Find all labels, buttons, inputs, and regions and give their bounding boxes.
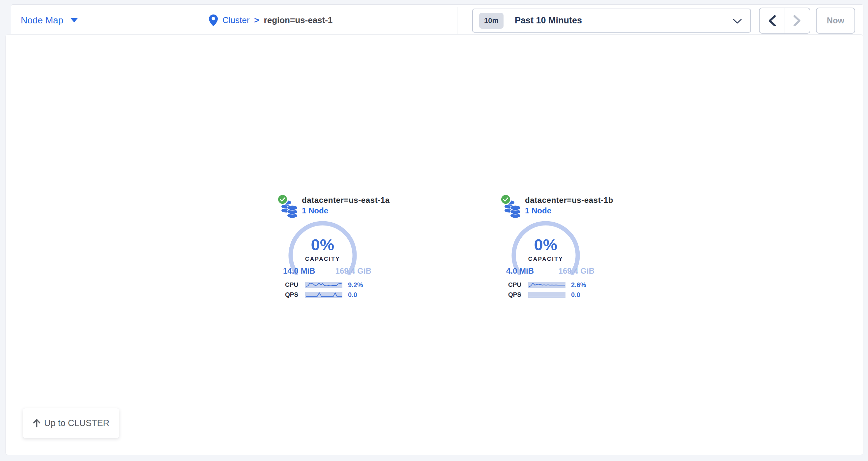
toolbar-divider xyxy=(457,7,457,34)
breadcrumb-separator: > xyxy=(254,15,259,25)
cpu-label: CPU xyxy=(508,281,528,289)
qps-label: QPS xyxy=(285,291,305,298)
cpu-sparkline xyxy=(528,282,565,288)
cpu-value: 2.6% xyxy=(571,281,586,289)
time-window-badge: 10m xyxy=(479,13,503,29)
datacenter-title: datacenter=us-east-1a xyxy=(302,196,390,205)
qps-sparkline xyxy=(528,292,565,298)
capacity-used: 14.0 MiB xyxy=(283,266,315,275)
datacenter-card-us-east-1b[interactable]: datacenter=us-east-1b 1 Node 0% CAPACITY… xyxy=(500,194,599,306)
breadcrumb-cluster-link[interactable]: Cluster xyxy=(222,15,249,25)
now-button[interactable]: Now xyxy=(816,7,855,34)
top-toolbar: Node Map Cluster > region=us-east-1 10m … xyxy=(11,4,863,36)
qps-sparkline xyxy=(305,292,342,298)
capacity-total: 169.4 GiB xyxy=(559,266,594,275)
capacity-total: 169.4 GiB xyxy=(336,266,371,275)
datacenter-title: datacenter=us-east-1b xyxy=(525,196,613,205)
capacity-label: CAPACITY xyxy=(288,256,357,262)
qps-row: QPS 0.0 xyxy=(508,291,596,298)
cpu-value: 9.2% xyxy=(348,281,363,289)
qps-value: 0.0 xyxy=(571,291,580,299)
datacenter-card-us-east-1a[interactable]: datacenter=us-east-1a 1 Node 0% CAPACITY… xyxy=(277,194,376,306)
cpu-row: CPU 2.6% xyxy=(508,282,596,288)
capacity-percent: 0% xyxy=(511,235,580,254)
time-next-button[interactable] xyxy=(785,8,810,33)
time-window-label: Past 10 Minutes xyxy=(515,15,582,26)
qps-label: QPS xyxy=(508,291,528,298)
capacity-ring xyxy=(511,221,580,290)
view-selector-dropdown[interactable]: Node Map xyxy=(21,5,78,36)
breadcrumb: Cluster > region=us-east-1 xyxy=(209,5,333,36)
node-map-canvas: datacenter=us-east-1a 1 Node 0% CAPACITY… xyxy=(5,34,863,455)
up-to-cluster-button[interactable]: Up to CLUSTER xyxy=(23,408,119,438)
chevron-down-icon xyxy=(733,19,742,24)
breadcrumb-current: region=us-east-1 xyxy=(264,15,333,25)
check-circle-icon xyxy=(277,194,288,205)
cpu-sparkline xyxy=(305,282,342,288)
datacenter-node-count: 1 Node xyxy=(525,206,551,216)
view-selector-label: Node Map xyxy=(21,15,63,26)
capacity-values: 4.0 MiB 169.4 GiB xyxy=(506,266,594,275)
chevron-right-icon xyxy=(793,15,801,26)
time-window-dropdown[interactable]: 10m Past 10 Minutes xyxy=(472,8,751,33)
qps-row: QPS 0.0 xyxy=(285,291,373,298)
qps-value: 0.0 xyxy=(348,291,357,299)
caret-down-icon xyxy=(70,18,78,22)
cpu-label: CPU xyxy=(285,281,305,289)
chevron-left-icon xyxy=(768,15,776,26)
arrow-up-icon xyxy=(33,419,41,427)
capacity-used: 4.0 MiB xyxy=(506,266,534,275)
cpu-row: CPU 9.2% xyxy=(285,282,373,288)
up-to-cluster-label: Up to CLUSTER xyxy=(44,418,110,428)
check-circle-icon xyxy=(500,194,511,205)
time-prev-button[interactable] xyxy=(760,8,785,33)
capacity-label: CAPACITY xyxy=(511,256,580,262)
location-pin-icon xyxy=(209,14,218,26)
capacity-ring xyxy=(288,221,357,290)
capacity-percent: 0% xyxy=(288,235,357,254)
capacity-values: 14.0 MiB 169.4 GiB xyxy=(283,266,371,275)
datacenter-node-count: 1 Node xyxy=(302,206,328,216)
time-nav-buttons xyxy=(759,7,810,34)
